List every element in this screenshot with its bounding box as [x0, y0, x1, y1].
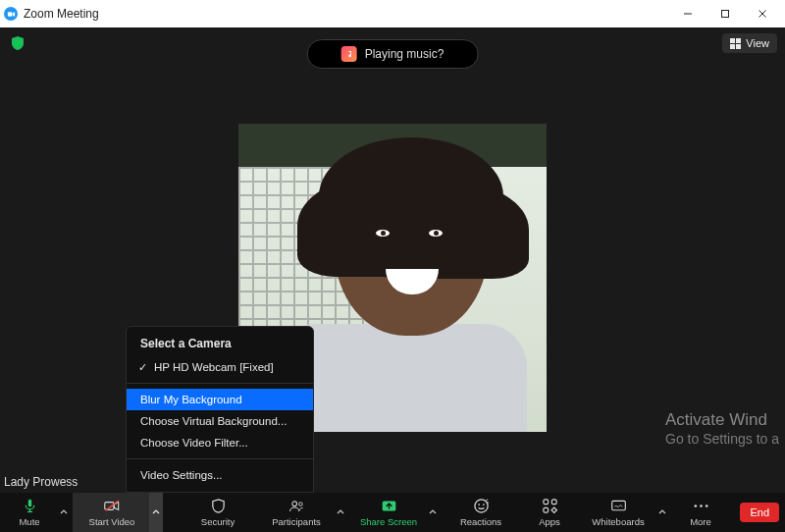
start-video-button[interactable]: Start Video: [73, 493, 151, 532]
title-bar: Zoom Meeting: [0, 0, 785, 27]
svg-point-23: [705, 505, 707, 507]
reactions-label: Reactions: [460, 516, 501, 527]
security-button[interactable]: Security: [179, 493, 257, 532]
svg-rect-20: [611, 501, 625, 509]
camera-off-icon: [104, 498, 121, 514]
choose-video-filter-item[interactable]: Choose Video Filter...: [127, 432, 313, 453]
more-dots-icon: [693, 498, 709, 514]
window-title: Zoom Meeting: [24, 7, 669, 21]
shield-icon: [210, 498, 227, 514]
svg-rect-18: [543, 507, 548, 512]
playing-music-pill[interactable]: Playing music?: [307, 39, 479, 69]
menu-separator: [127, 458, 313, 459]
svg-point-10: [291, 502, 296, 506]
svg-point-13: [474, 500, 487, 512]
video-options-caret[interactable]: [149, 493, 163, 532]
svg-rect-2: [722, 11, 729, 18]
mute-label: Mute: [19, 516, 39, 527]
audio-options-caret[interactable]: [57, 493, 71, 532]
smiley-icon: [473, 498, 490, 514]
security-label: Security: [201, 516, 235, 527]
music-note-icon: [341, 46, 357, 62]
grid-icon: [730, 38, 741, 49]
maximize-button[interactable]: [706, 0, 744, 27]
participant-name-label: Lady Prowess: [4, 475, 78, 489]
whiteboards-options-caret[interactable]: [655, 493, 669, 532]
participants-icon: [288, 498, 305, 514]
share-screen-button[interactable]: Share Screen: [349, 493, 428, 532]
participants-label: Participants: [272, 516, 321, 527]
zoom-logo-icon: [4, 7, 18, 21]
camera-option-item[interactable]: HP HD Webcam [Fixed]: [127, 356, 313, 378]
minimize-button[interactable]: [669, 0, 706, 27]
windows-activation-watermark: Activate Wind Go to Settings to a: [665, 409, 779, 448]
share-options-caret[interactable]: [426, 493, 440, 532]
blur-background-item[interactable]: Blur My Background: [127, 389, 313, 410]
video-menu-header: Select a Camera: [127, 335, 313, 356]
end-meeting-button[interactable]: End: [740, 503, 779, 522]
participants-options-caret[interactable]: [334, 493, 347, 532]
share-screen-icon: [381, 498, 397, 514]
svg-rect-16: [543, 500, 548, 505]
meeting-stage: View Playing music? Lady Prowess Select …: [0, 27, 785, 493]
svg-point-15: [483, 504, 485, 505]
close-button[interactable]: [744, 0, 781, 27]
microphone-icon: [22, 498, 38, 514]
playing-music-label: Playing music?: [365, 47, 445, 61]
svg-point-21: [694, 505, 697, 507]
svg-rect-17: [551, 500, 556, 505]
svg-rect-19: [551, 507, 556, 512]
window-controls: [669, 0, 781, 27]
svg-point-14: [478, 504, 480, 505]
share-screen-label: Share Screen: [360, 516, 417, 527]
video-settings-item[interactable]: Video Settings...: [127, 464, 313, 486]
encryption-shield-icon[interactable]: [10, 35, 26, 51]
participants-button[interactable]: Participants: [257, 493, 336, 532]
choose-virtual-background-item[interactable]: Choose Virtual Background...: [127, 410, 313, 432]
view-label: View: [746, 37, 769, 49]
view-button[interactable]: View: [722, 33, 777, 53]
svg-point-22: [700, 505, 703, 507]
apps-icon: [542, 498, 558, 514]
apps-label: Apps: [539, 516, 560, 527]
whiteboard-icon: [610, 498, 627, 514]
whiteboards-button[interactable]: Whiteboards: [579, 493, 657, 532]
video-options-menu: Select a Camera HP HD Webcam [Fixed] Blu…: [126, 326, 314, 493]
svg-rect-5: [27, 500, 30, 507]
svg-point-11: [298, 503, 302, 506]
end-label: End: [750, 506, 769, 518]
svg-rect-0: [7, 12, 11, 17]
whiteboards-label: Whiteboards: [592, 516, 644, 527]
more-button[interactable]: More: [671, 493, 730, 532]
start-video-label: Start Video: [89, 516, 135, 527]
reactions-button[interactable]: Reactions: [442, 493, 520, 532]
menu-separator: [127, 383, 313, 384]
apps-button[interactable]: Apps: [520, 493, 579, 532]
mute-button[interactable]: Mute: [0, 493, 59, 532]
more-label: More: [690, 516, 711, 527]
meeting-toolbar: Mute Start Video Security Participants: [0, 493, 785, 532]
